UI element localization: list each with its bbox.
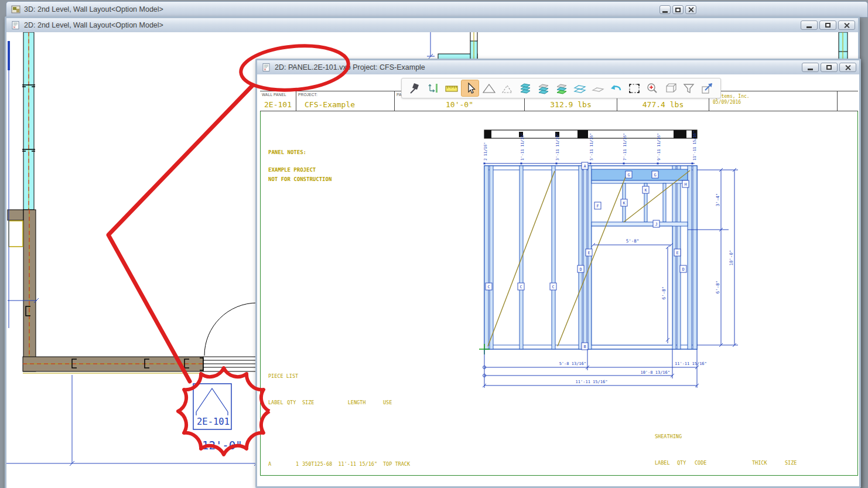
svg-text:D: D: [579, 267, 582, 272]
box-3d-icon[interactable]: [662, 80, 679, 96]
sheathing-title: SHEATHING: [655, 432, 854, 441]
info-company-date: Systems, Inc. 05/09/2016: [709, 91, 838, 111]
piece-list-rows: A1 350T125-68 11'-11 15/16" TOP TRACK B1…: [268, 425, 456, 486]
measure-move-icon[interactable]: [425, 80, 442, 96]
svg-text:11'-11 15/16": 11'-11 15/16": [576, 380, 608, 384]
info-project: PROJECT: CFS-Example: [296, 91, 395, 111]
zoom-in-icon[interactable]: [644, 80, 661, 96]
svg-text:3'-4": 3'-4": [715, 193, 720, 207]
svg-text:B: B: [583, 344, 586, 349]
panel-canvas[interactable]: WALL PANEL 2E-101 PROJECT: CFS-Example P…: [257, 74, 859, 486]
svg-text:10'-0": 10'-0": [729, 250, 734, 265]
ruler-icon[interactable]: [443, 80, 460, 96]
info-wall-panel: WALL PANEL 2E-101: [260, 91, 296, 111]
plan-dim-12-0: 12'-0": [202, 439, 242, 452]
minimize-icon: [662, 11, 668, 13]
framing-elevation-drawing: 2 11/16" 1'-11 11/16" 3'-11 11/16" 5'-11…: [474, 117, 744, 393]
piece-list-row: A1 350T125-68 11'-11 15/16" TOP TRACK: [268, 460, 456, 469]
layers-stack-mixed-icon[interactable]: [535, 80, 552, 96]
export-view-icon[interactable]: [699, 80, 716, 96]
svg-text:10'-8 13/16": 10'-8 13/16": [640, 370, 670, 375]
svg-text:11'-11 15/16": 11'-11 15/16": [692, 131, 697, 161]
svg-text:11'-11 15/16": 11'-11 15/16": [675, 361, 707, 366]
svg-text:5'-8": 5'-8": [626, 238, 640, 244]
minimize-button[interactable]: [801, 21, 818, 30]
minimize-icon: [807, 26, 812, 28]
minimize-button[interactable]: [659, 5, 671, 14]
window-panel-title: 2D: PANEL.2E-101.vxp Project: CFS-Exampl…: [275, 63, 425, 71]
svg-text:G: G: [654, 173, 656, 178]
window-3d-icon[interactable]: [11, 5, 20, 13]
minimize-button[interactable]: [802, 63, 819, 72]
restore-icon: [825, 23, 831, 28]
window-2d-title: 2D: 2nd Level, Wall Layout<Option Model>: [24, 21, 163, 29]
svg-text:C: C: [487, 285, 490, 289]
sheathing-header: LABELQTY CODETHICK SIZE: [655, 459, 854, 467]
door-swing-arc: [204, 303, 257, 356]
minimize-icon: [808, 69, 813, 70]
svg-text:9'-11 11/16": 9'-11 11/16": [657, 133, 661, 161]
panel-marker-label: 2E-101: [197, 417, 230, 427]
select-cursor-icon[interactable]: [461, 80, 479, 97]
close-button[interactable]: [838, 21, 855, 30]
svg-text:2 11/16": 2 11/16": [483, 142, 488, 161]
restore-icon: [675, 8, 681, 12]
desktop: 3D: 2nd Level, Wall Layout<Option Model>…: [0, 0, 868, 488]
svg-text:C: C: [552, 285, 554, 289]
svg-text:6'-8": 6'-8": [661, 286, 667, 300]
restore-button[interactable]: [819, 21, 836, 30]
close-button[interactable]: [839, 63, 856, 72]
piece-list-title: PIECE LIST: [268, 372, 456, 381]
svg-text:G: G: [627, 173, 630, 178]
svg-text:J: J: [655, 222, 657, 227]
window-3d-title: 3D: 2nd Level, Wall Layout<Option Model>: [24, 5, 163, 13]
svg-text:E: E: [676, 251, 678, 255]
sheathing-list: SHEATHING LABELQTY CODETHICK SIZE A1 DEN…: [655, 415, 854, 486]
svg-text:D: D: [682, 267, 684, 272]
window-panel: 2D: PANEL.2E-101.vxp Project: CFS-Exampl…: [255, 59, 861, 488]
svg-text:5'-11 11/16": 5'-11 11/16": [589, 133, 594, 161]
undo-icon[interactable]: [608, 80, 625, 96]
panel-notes-line2: NOT FOR CONSTRUCTION: [268, 176, 332, 182]
panel-marker-2E-101[interactable]: 2E-101: [193, 384, 231, 429]
triangle-icon[interactable]: [480, 80, 497, 96]
window-3d-titlebar[interactable]: 3D: 2nd Level, Wall Layout<Option Model>: [6, 1, 868, 18]
triangle-dashed-icon[interactable]: [498, 80, 515, 96]
svg-text:6'-8": 6'-8": [715, 281, 720, 294]
svg-text:F: F: [596, 204, 599, 209]
close-icon: [845, 64, 851, 71]
restore-icon: [826, 65, 832, 70]
piece-list-header: LABELQTY SIZE LENGTH USE: [268, 398, 456, 407]
window-2d-titlebar[interactable]: 2D: 2nd Level, Wall Layout<Option Model>: [6, 18, 858, 33]
window-panel-titlebar[interactable]: 2D: PANEL.2E-101.vxp Project: CFS-Exampl…: [257, 60, 859, 75]
window-2d-icon[interactable]: [11, 21, 20, 29]
svg-text:1'-11 11/16": 1'-11 11/16": [520, 133, 525, 161]
panel-notes-line1: EXAMPLE PROJECT: [268, 167, 316, 173]
panel-notes-title: PANEL NOTES:: [268, 149, 306, 155]
filter-funnel-icon[interactable]: [681, 80, 698, 96]
close-button[interactable]: [685, 5, 696, 14]
layers-stack-green-icon[interactable]: [553, 80, 570, 96]
layer-single-icon[interactable]: [590, 80, 607, 96]
svg-text:3'-11 11/16": 3'-11 11/16": [555, 133, 560, 161]
svg-text:E: E: [587, 251, 590, 255]
close-icon: [688, 6, 694, 13]
restore-button[interactable]: [672, 5, 684, 14]
info-spare: [838, 91, 858, 111]
pin-icon[interactable]: [406, 80, 423, 96]
piece-list: PIECE LIST LABELQTY SIZE LENGTH USE A1 3…: [268, 354, 456, 486]
svg-text:C: C: [520, 285, 522, 289]
layers-stack-cyan-icon[interactable]: [517, 80, 534, 96]
svg-text:7'-11 11/16": 7'-11 11/16": [623, 133, 627, 161]
layers-flat-pair-icon[interactable]: [572, 80, 589, 96]
window-panel-icon[interactable]: [262, 63, 271, 71]
restore-button[interactable]: [821, 63, 838, 72]
close-icon: [843, 22, 850, 29]
selection-box-icon[interactable]: [626, 80, 643, 96]
svg-text:5'-8 13/16": 5'-8 13/16": [559, 361, 586, 366]
panel-toolbar: [401, 78, 721, 98]
svg-text:H: H: [684, 182, 686, 187]
sheathing-rows: A1 DENSGLS_12@4x101/2" 4'-0" X10'-0" B1 …: [655, 485, 854, 486]
